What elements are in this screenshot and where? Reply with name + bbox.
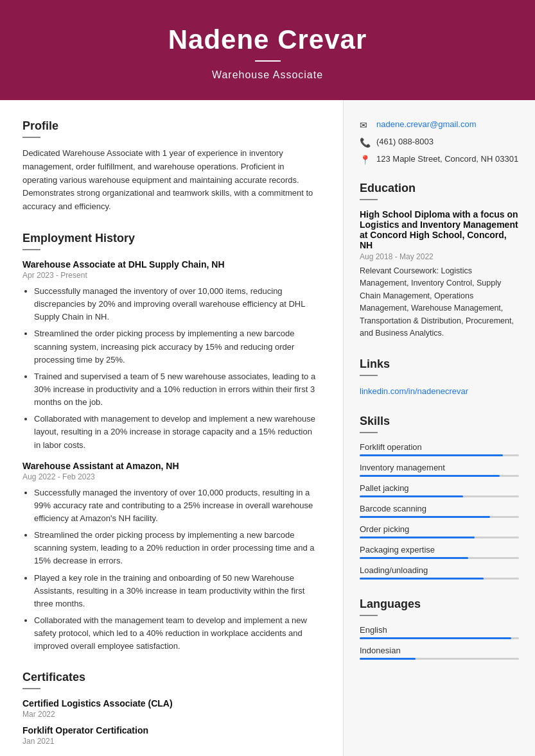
skill-item: Packaging expertise	[360, 545, 519, 559]
language-bar-fill	[360, 637, 511, 639]
skill-bar-fill	[360, 495, 463, 497]
bullet-2-1: Successfully managed the inventory of ov…	[34, 486, 320, 525]
bullet-1-3: Trained and supervised a team of 5 new w…	[34, 370, 320, 409]
education-heading: Education	[360, 182, 519, 195]
education-coursework: Relevant Coursework: Logistics Managemen…	[360, 265, 519, 339]
skills-list: Forklift operation Inventory management …	[360, 442, 519, 580]
skill-name: Pallet jacking	[360, 483, 519, 493]
skills-heading: Skills	[360, 415, 519, 428]
header-section: Nadene Crevar Warehouse Associate	[0, 0, 535, 100]
contact-email: ✉ nadene.crevar@gmail.com	[360, 119, 519, 130]
cert-entry-2: Forklift Operator Certification Jan 2021	[22, 725, 320, 746]
links-section: Links linkedin.com/in/nadenecrevar	[360, 357, 519, 397]
skill-item: Order picking	[360, 524, 519, 538]
left-column: Profile Dedicated Warehouse Associate wi…	[0, 100, 344, 756]
phone-number: (461) 088-8003	[376, 137, 434, 146]
language-item: Indonesian	[360, 646, 519, 660]
contact-section: ✉ nadene.crevar@gmail.com 📞 (461) 088-80…	[360, 119, 519, 165]
language-name: English	[360, 625, 519, 635]
languages-section: Languages English Indonesian	[360, 597, 519, 660]
skill-name: Order picking	[360, 524, 519, 534]
candidate-name: Nadene Crevar	[13, 24, 522, 55]
contact-address: 📍 123 Maple Street, Concord, NH 03301	[360, 154, 519, 165]
languages-list: English Indonesian	[360, 625, 519, 660]
skill-item: Barcode scanning	[360, 504, 519, 518]
skill-bar-bg	[360, 516, 519, 518]
links-divider	[360, 375, 378, 376]
links-heading: Links	[360, 357, 519, 371]
skills-divider	[360, 432, 378, 433]
certificates-divider	[22, 688, 40, 689]
email-link[interactable]: nadene.crevar@gmail.com	[376, 119, 477, 129]
education-divider	[360, 199, 378, 200]
profile-heading: Profile	[22, 119, 320, 133]
skill-bar-bg	[360, 557, 519, 559]
location-icon: 📍	[360, 155, 371, 165]
skill-name: Forklift operation	[360, 442, 519, 452]
skill-bar-bg	[360, 475, 519, 477]
skill-bar-fill	[360, 557, 468, 559]
job-title-1: Warehouse Associate at DHL Supply Chain,…	[22, 259, 320, 270]
job-bullets-1: Successfully managed the inventory of ov…	[22, 285, 320, 452]
bullet-1-2: Streamlined the order picking process by…	[34, 327, 320, 366]
phone-icon: 📞	[360, 137, 371, 148]
skill-bar-fill	[360, 454, 503, 456]
employment-divider	[22, 249, 40, 250]
cert-title-2: Forklift Operator Certification	[22, 725, 320, 735]
languages-heading: Languages	[360, 597, 519, 611]
certificates-heading: Certificates	[22, 671, 320, 684]
skill-item: Loading/unloading	[360, 565, 519, 580]
cert-date-1: Mar 2022	[22, 710, 320, 719]
cert-title-1: Certified Logistics Associate (CLA)	[22, 698, 320, 709]
certificates-section: Certificates Certified Logistics Associa…	[22, 671, 320, 746]
email-icon: ✉	[360, 120, 371, 130]
linkedin-link[interactable]: linkedin.com/in/nadenecrevar	[360, 386, 468, 396]
bullet-2-3: Played a key role in the training and on…	[34, 572, 320, 610]
job-entry-1: Warehouse Associate at DHL Supply Chain,…	[22, 259, 320, 452]
skill-bar-bg	[360, 495, 519, 497]
job-bullets-2: Successfully managed the inventory of ov…	[22, 486, 320, 653]
skill-bar-fill	[360, 578, 484, 580]
languages-divider	[360, 615, 378, 616]
bullet-1-1: Successfully managed the inventory of ov…	[34, 285, 320, 323]
profile-divider	[22, 137, 40, 138]
bullet-1-4: Collaborated with management to develop …	[34, 413, 320, 451]
skill-item: Inventory management	[360, 463, 519, 477]
skill-item: Forklift operation	[360, 442, 519, 456]
skill-bar-bg	[360, 578, 519, 580]
language-bar-bg	[360, 658, 519, 660]
bullet-2-4: Collaborated with the management team to…	[34, 614, 320, 653]
cert-entry-1: Certified Logistics Associate (CLA) Mar …	[22, 698, 320, 719]
education-section: Education High School Diploma with a foc…	[360, 182, 519, 339]
cert-date-2: Jan 2021	[22, 737, 320, 746]
language-bar-bg	[360, 637, 519, 639]
contact-phone: 📞 (461) 088-8003	[360, 137, 519, 148]
job-entry-2: Warehouse Assistant at Amazon, NH Aug 20…	[22, 461, 320, 653]
language-name: Indonesian	[360, 646, 519, 655]
header-divider	[255, 60, 281, 62]
body-container: Profile Dedicated Warehouse Associate wi…	[0, 100, 535, 756]
employment-section: Employment History Warehouse Associate a…	[22, 232, 320, 653]
job-title-2: Warehouse Assistant at Amazon, NH	[22, 461, 320, 471]
skill-bar-bg	[360, 454, 519, 456]
skill-bar-fill	[360, 537, 475, 538]
education-title: High School Diploma with a focus on Logi…	[360, 209, 519, 250]
skill-bar-bg	[360, 537, 519, 538]
employment-heading: Employment History	[22, 232, 320, 245]
job-date-2: Aug 2022 - Feb 2023	[22, 472, 320, 481]
job-date-1: Apr 2023 - Present	[22, 271, 320, 280]
skill-bar-fill	[360, 475, 500, 477]
bullet-2-2: Streamlined the order picking process by…	[34, 529, 320, 567]
skill-name: Barcode scanning	[360, 504, 519, 513]
profile-section: Profile Dedicated Warehouse Associate wi…	[22, 119, 320, 214]
language-bar-fill	[360, 658, 416, 660]
skill-name: Inventory management	[360, 463, 519, 472]
right-column: ✉ nadene.crevar@gmail.com 📞 (461) 088-80…	[344, 100, 535, 756]
address-text: 123 Maple Street, Concord, NH 03301	[376, 154, 518, 164]
skill-name: Packaging expertise	[360, 545, 519, 554]
skill-name: Loading/unloading	[360, 565, 519, 575]
skill-item: Pallet jacking	[360, 483, 519, 497]
resume-container: Nadene Crevar Warehouse Associate Profil…	[0, 0, 535, 756]
language-item: English	[360, 625, 519, 639]
skills-section: Skills Forklift operation Inventory mana…	[360, 415, 519, 580]
